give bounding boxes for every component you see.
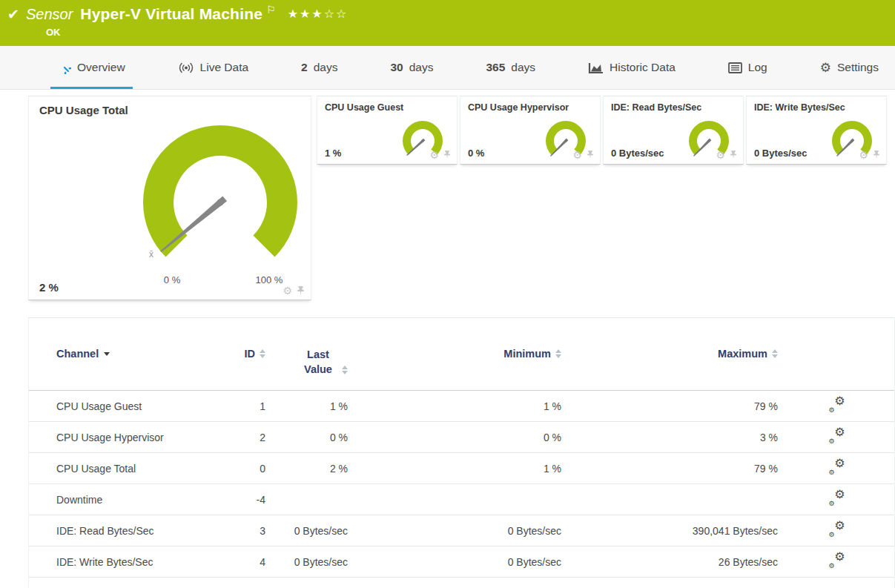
pin-icon[interactable]	[297, 286, 305, 296]
channel-maximum: 79 %	[561, 400, 778, 412]
channel-maximum: 390,041 Bytes/sec	[561, 525, 778, 537]
panel-title: IDE: Write Bytes/Sec	[754, 102, 845, 113]
tab-number: 2	[301, 61, 308, 74]
sort-icon	[342, 366, 348, 374]
column-header-channel[interactable]: Channel	[56, 348, 212, 360]
channel-name: Downtime	[56, 494, 212, 506]
gauge-min-label: 0 %	[148, 274, 196, 285]
channel-settings-icon[interactable]: ⚙⚙	[829, 553, 845, 568]
gauge-max-label: 100 %	[245, 274, 293, 285]
pin-icon[interactable]	[730, 151, 737, 159]
ok-check-icon: ✔	[7, 7, 19, 22]
gauge-current-value: 0 %	[468, 148, 484, 159]
table-row: CPU Usage Guest 1 1 % 1 % 79 % ⚙⚙	[29, 391, 894, 422]
channel-table-panel: Channel ID Last Value Minimum Maximum	[28, 317, 895, 588]
channel-id: 4	[212, 556, 265, 568]
channel-minimum: 1 %	[348, 400, 561, 412]
gauge-current-value: 2 %	[39, 281, 59, 294]
channel-id: 1	[212, 400, 265, 412]
live-broadcast-icon	[178, 62, 194, 73]
tab-label: Live Data	[200, 61, 248, 74]
table-header-row: Channel ID Last Value Minimum Maximum	[29, 318, 894, 391]
tab-label: days	[409, 61, 434, 74]
channel-minimum: 0 Bytes/sec	[348, 556, 561, 568]
prtg-sensor-page: ✔ Sensor Hyper-V Virtual Machine ⚐ ★★★☆☆…	[0, 0, 895, 588]
channel-minimum: 1 %	[348, 463, 561, 475]
gauge-current-value: 0 Bytes/sec	[611, 148, 664, 159]
pin-icon[interactable]	[443, 151, 451, 159]
tab-log[interactable]: Log	[719, 46, 776, 89]
table-row: IDE: Read Bytes/Sec 3 0 Bytes/sec 0 Byte…	[29, 515, 894, 546]
channel-name: IDE: Read Bytes/Sec	[56, 525, 212, 537]
panel-gear-icon[interactable]: ⚙	[859, 150, 868, 160]
gear-icon: ⚙	[820, 62, 831, 74]
panel-title: IDE: Read Bytes/Sec	[611, 102, 701, 113]
gauge-current-value: 0 Bytes/sec	[754, 148, 808, 159]
sensor-title: Hyper-V Virtual Machine	[80, 5, 262, 23]
channel-id: 3	[212, 525, 265, 537]
tab-live-data[interactable]: Live Data	[169, 46, 257, 89]
channel-maximum: 79 %	[561, 463, 778, 475]
channel-last-value: 2 %	[265, 463, 348, 475]
table-row: CPU Usage Total 0 2 % 1 % 79 % ⚙⚙	[29, 453, 894, 484]
tab-2-days[interactable]: 2 days	[292, 46, 346, 89]
tab-label: Overview	[77, 61, 125, 74]
pin-icon[interactable]	[587, 151, 594, 159]
panel-cpu-usage-hypervisor: CPU Usage Hypervisor 0 % ⚙	[460, 96, 601, 165]
panel-title: CPU Usage Total	[39, 104, 128, 116]
tab-overview[interactable]: Overview	[49, 46, 134, 89]
channel-name: IDE: Write Bytes/Sec	[56, 556, 212, 568]
priority-flag-icon[interactable]: ⚐	[266, 4, 276, 16]
channel-id: 2	[212, 432, 265, 443]
sort-icon	[555, 349, 561, 358]
table-row: Downtime -4 ⚙⚙	[29, 484, 894, 515]
channel-name: CPU Usage Total	[56, 463, 212, 475]
tab-number: 365	[486, 61, 505, 74]
channel-id: 0	[212, 463, 265, 475]
tab-historic-data[interactable]: Historic Data	[579, 46, 684, 89]
channel-settings-icon[interactable]: ⚙⚙	[829, 429, 845, 443]
tab-365-days[interactable]: 365 days	[477, 46, 544, 89]
panel-cpu-usage-total: CPU Usage Total x̄ 0 % 100 % 2 % ⚙	[28, 96, 311, 300]
object-kind-label: Sensor	[26, 6, 73, 23]
panel-gear-icon[interactable]: ⚙	[283, 285, 292, 296]
gauge-current-value: 1 %	[325, 148, 341, 159]
channel-name: CPU Usage Guest	[56, 400, 212, 412]
tab-settings[interactable]: ⚙ Settings	[811, 46, 888, 89]
panel-gear-icon[interactable]: ⚙	[716, 150, 725, 160]
panel-title: CPU Usage Hypervisor	[468, 102, 569, 113]
channel-settings-icon[interactable]: ⚙⚙	[829, 522, 845, 537]
tab-label: Historic Data	[610, 61, 676, 74]
tab-30-days[interactable]: 30 days	[381, 46, 442, 89]
channel-settings-icon[interactable]: ⚙⚙	[829, 397, 845, 412]
priority-stars[interactable]: ★★★☆☆	[288, 8, 349, 20]
tab-bar: Overview Live Data 2 days 30 days 365 da…	[0, 46, 895, 90]
tab-label: days	[314, 61, 338, 74]
table-row: IDE: Write Bytes/Sec 4 0 Bytes/sec 0 Byt…	[29, 546, 894, 578]
channel-settings-icon[interactable]: ⚙⚙	[829, 491, 845, 506]
channel-maximum: 3 %	[561, 432, 778, 443]
column-label: Minimum	[503, 348, 551, 360]
panel-ide-read: IDE: Read Bytes/Sec 0 Bytes/sec ⚙	[603, 96, 744, 165]
average-marker: x̄	[149, 249, 153, 260]
column-label: Last Value	[299, 348, 337, 377]
panel-gear-icon[interactable]: ⚙	[572, 150, 582, 160]
tab-label: Log	[748, 61, 767, 74]
channel-last-value: 0 %	[265, 432, 348, 443]
sort-icon	[260, 349, 265, 358]
column-header-minimum[interactable]: Minimum	[348, 348, 561, 360]
sort-active-icon	[104, 352, 110, 356]
panel-gear-icon[interactable]: ⚙	[429, 150, 439, 160]
channel-settings-icon[interactable]: ⚙⚙	[829, 460, 845, 475]
panel-cpu-usage-guest: CPU Usage Guest 1 % ⚙	[317, 96, 458, 165]
pin-icon[interactable]	[873, 151, 880, 159]
channel-id: -4	[212, 494, 265, 506]
channel-last-value: 0 Bytes/sec	[265, 556, 348, 568]
table-row: CPU Usage Hypervisor 2 0 % 0 % 3 % ⚙⚙	[29, 422, 894, 453]
column-header-maximum[interactable]: Maximum	[561, 348, 778, 360]
channel-name: CPU Usage Hypervisor	[56, 432, 212, 443]
channel-minimum: 0 Bytes/sec	[348, 525, 561, 537]
column-header-id[interactable]: ID	[212, 348, 265, 360]
column-header-last-value[interactable]: Last Value	[265, 348, 348, 377]
column-label: Maximum	[718, 348, 767, 360]
